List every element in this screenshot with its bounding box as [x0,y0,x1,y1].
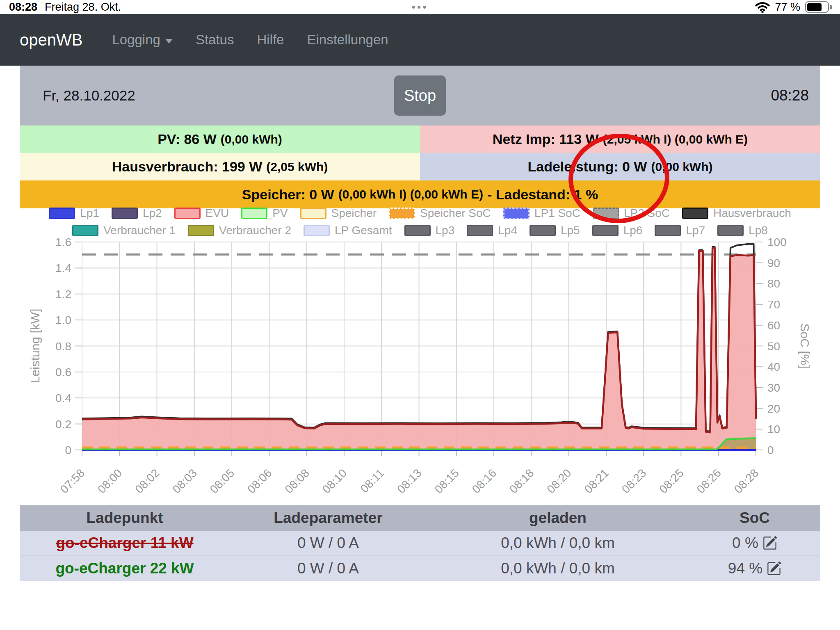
x-axis-tick-label: 08:23 [619,466,648,495]
x-axis-tick-label: 08:10 [320,466,349,495]
battery-icon [805,1,829,13]
toolbar-time: 08:28 [771,66,809,126]
battery-percent: 77 % [775,1,800,14]
legend-swatch-icon [49,208,75,219]
left-axis-tick-label: 0.4 [55,392,71,404]
legend-item-evu[interactable]: EVU [174,207,229,220]
charge-power-summary-tile: Ladeleistung: 0 W (0,00 kWh) [420,153,820,180]
charged-amount: 0,0 kWh / 0,0 km [427,560,689,577]
toolbar-date: Fr, 28.10.2022 [43,66,135,126]
table-header-row: Ladepunkt Ladeparameter geladen SoC [20,505,820,531]
right-axis-title: SoC [%] [798,323,812,368]
chevron-down-icon [165,39,173,43]
chargepoint-name: go-eCharger 11 kW [20,534,230,552]
right-axis-tick-label: 20 [767,402,780,415]
legend-swatch-icon [389,208,415,219]
legend-item-lp2-soc[interactable]: LP2 SoC [593,207,670,220]
legend-label: LP1 SoC [534,207,580,220]
legend-swatch-icon [112,208,138,219]
x-axis-tick-label: 07:58 [58,466,87,495]
nav-item-logging[interactable]: Logging [112,32,172,48]
x-axis-tick-label: 08:02 [132,466,162,495]
charge-params: 0 W / 0 A [230,560,427,577]
left-axis-tick-label: 1.4 [55,262,71,274]
charge-params: 0 W / 0 A [230,534,427,552]
chargepoint-name: go-eCharger 22 kW [20,560,230,577]
storage-summary-tile: Speicher: 0 W (0,00 kWh I) (0,00 kWh E) … [20,180,820,208]
x-axis-tick-label: 08:00 [95,466,124,495]
x-axis-tick-label: 08:03 [170,466,199,495]
grid-energy: (2,05 kWh I) (0,00 kWh E) [603,132,748,146]
multitasking-dots-icon: ••• [0,0,840,14]
legend-label: PV [272,207,288,220]
left-axis-tick-label: 1.0 [55,314,71,326]
pv-value: PV: 86 W [158,131,217,147]
toolbar: Fr, 28.10.2022 Stop 08:28 [20,66,820,126]
charge-energy: (0,00 kWh) [651,160,712,174]
x-axis-tick-label: 08:13 [395,466,424,495]
soc-value: 94 % [728,560,762,577]
x-axis-tick-label: 08:26 [694,466,723,495]
header-ladepunkt: Ladepunkt [20,509,230,527]
right-axis-tick-label: 30 [767,381,780,394]
right-axis-tick-label: 90 [767,257,780,269]
legend-label: LP2 SoC [624,207,670,220]
storage-soc: - Ladestand: 1 % [487,187,598,203]
legend-item-lp1-soc[interactable]: LP1 SoC [503,207,580,220]
right-axis-tick-label: 50 [767,340,780,353]
right-axis-tick-label: 0 [767,444,774,457]
legend-swatch-icon [174,208,201,219]
x-axis-tick-label: 08:15 [432,466,461,495]
legend-label: Speicher SoC [420,207,491,220]
left-axis-title: Leistung [kW] [28,309,42,383]
x-axis-tick-label: 08:06 [245,466,274,495]
chart-legend-row-1: Lp1Lp2EVUPVSpeicherSpeicher SoCLP1 SoCLP… [0,206,840,221]
left-axis-tick-label: 0.2 [55,418,71,431]
legend-swatch-icon [682,208,708,219]
right-axis-tick-label: 70 [767,298,780,311]
x-axis-tick-label: 08:28 [732,466,761,495]
legend-label: Lp2 [143,207,162,220]
ios-status-bar: 08:28 Freitag 28. Okt. ••• 77 % [0,0,840,14]
stop-button[interactable]: Stop [394,75,446,116]
navbar: openWB Logging Status Hilfe Einstellunge… [0,14,840,66]
legend-swatch-icon [300,208,326,219]
legend-swatch-icon [503,208,530,219]
legend-item-lp1[interactable]: Lp1 [49,207,99,220]
left-axis-tick-label: 0 [65,444,71,457]
brand-logo[interactable]: openWB [20,31,82,49]
storage-value: Speicher: 0 W [242,187,334,203]
header-ladeparameter: Ladeparameter [230,509,427,527]
soc-value: 0 % [732,534,758,552]
x-axis-tick-label: 08:16 [470,466,499,495]
x-axis-tick-label: 08:18 [507,466,536,495]
nav-item-status[interactable]: Status [196,32,234,48]
edit-soc-icon[interactable] [767,561,781,576]
legend-item-pv[interactable]: PV [241,207,288,220]
x-axis-tick-label: 08:05 [208,466,237,495]
edit-soc-icon[interactable] [762,536,777,550]
left-axis-tick-label: 1.2 [55,288,71,301]
legend-item-lp2[interactable]: Lp2 [112,207,162,220]
legend-label: EVU [205,207,229,220]
right-axis-tick-label: 10 [767,423,780,436]
left-axis-tick-label: 0.8 [55,340,71,353]
right-axis-tick-label: 40 [767,361,780,373]
header-geladen: geladen [427,509,689,527]
chargepoint-table: Ladepunkt Ladeparameter geladen SoC go-e… [20,505,820,581]
nav-item-einstellungen[interactable]: Einstellungen [307,32,388,48]
right-axis-tick-label: 100 [767,236,787,249]
x-axis-tick-label: 08:20 [544,466,573,495]
legend-item-speicher-soc[interactable]: Speicher SoC [389,207,491,220]
house-energy: (2,05 kWh) [266,160,328,174]
x-axis-tick-label: 08:25 [657,466,686,495]
power-soc-chart: 07:5808:0008:0208:0308:0508:0608:0808:10… [0,230,840,513]
right-axis-tick-label: 60 [767,319,780,332]
x-axis-tick-label: 08:21 [582,466,611,495]
legend-item-speicher[interactable]: Speicher [300,207,377,220]
storage-energy: (0,00 kWh I) (0,00 kWh E) [338,187,483,201]
legend-item-hausverbrauch[interactable]: Hausverbrauch [682,207,791,220]
grid-import-summary-tile: Netz Imp: 113 W (2,05 kWh I) (0,00 kWh E… [420,126,820,153]
nav-item-hilfe[interactable]: Hilfe [257,32,284,48]
charge-value: Ladeleistung: 0 W [528,159,647,175]
